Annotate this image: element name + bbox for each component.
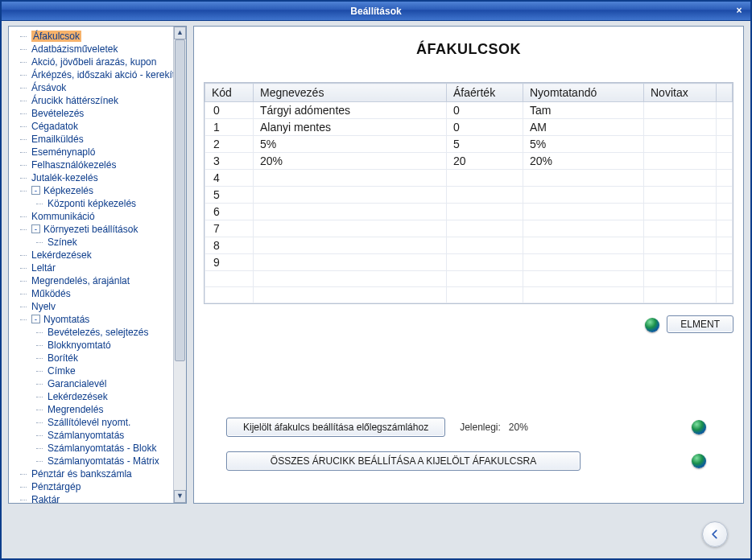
tree-item[interactable]: Központi képkezelés: [14, 197, 184, 210]
save-button[interactable]: ELMENT: [667, 315, 733, 333]
table-row[interactable]: 25%55%: [205, 136, 733, 153]
cell-megnevezes[interactable]: [254, 170, 447, 187]
table-row[interactable]: 8: [205, 237, 733, 254]
tree-item[interactable]: Számlanyomtatás: [14, 429, 184, 442]
tree-item[interactable]: Lekérdezések: [14, 390, 184, 403]
tree-item[interactable]: Megrendelés, árajánlat: [14, 274, 184, 287]
tree-item[interactable]: Felhasználókezelés: [14, 159, 184, 171]
close-icon[interactable]: ×: [733, 4, 746, 17]
scroll-up-icon[interactable]: ▲: [174, 27, 186, 39]
cell-afaertek[interactable]: [447, 170, 523, 187]
tree-expander-icon[interactable]: -: [31, 315, 40, 323]
cell-afaertek[interactable]: [447, 237, 523, 254]
tree-item[interactable]: Nyelv: [14, 300, 184, 313]
tree-item[interactable]: Cégadatok: [14, 120, 184, 133]
cell-afaertek[interactable]: 20: [447, 153, 523, 170]
cell-kod[interactable]: 5: [205, 187, 254, 204]
col-nyomtatando[interactable]: Nyomtatandó: [523, 84, 644, 102]
cell-nyomtatando[interactable]: [523, 187, 644, 204]
cell-afaertek[interactable]: 0: [447, 102, 523, 119]
table-row-empty[interactable]: [205, 271, 733, 287]
set-all-items-vat-button[interactable]: ÖSSZES ÁRUCIKK BEÁLLÍTÁSA A KIJELÖLT ÁFA…: [226, 451, 581, 471]
tree-expander-icon[interactable]: -: [31, 186, 40, 195]
cell-kod[interactable]: 1: [205, 119, 254, 136]
tree-item[interactable]: Blokknyomtató: [14, 339, 184, 352]
cell-megnevezes[interactable]: [254, 187, 447, 204]
tree-item[interactable]: Pénztár és bankszámla: [14, 467, 184, 480]
cell-nyomtatando[interactable]: 5%: [523, 136, 644, 153]
cell-nyomtatando[interactable]: [523, 220, 644, 237]
table-row[interactable]: 320%2020%: [205, 153, 733, 170]
tree-item[interactable]: Bevételezés: [14, 107, 184, 120]
tree-item[interactable]: Áfakulcsok: [14, 30, 184, 43]
cell-kod[interactable]: 7: [205, 220, 254, 237]
cell-afaertek[interactable]: [447, 254, 523, 271]
scroll-down-icon[interactable]: ▼: [174, 490, 186, 503]
tree-item[interactable]: Garancialevél: [14, 377, 184, 390]
cell-novitax[interactable]: [644, 220, 717, 237]
table-row[interactable]: 4: [205, 170, 733, 187]
table-row[interactable]: 1Alanyi mentes0AM: [205, 119, 733, 136]
tree-item[interactable]: Jutalék-kezelés: [14, 171, 184, 184]
tree-item[interactable]: Bevételezés, selejtezés: [14, 326, 184, 339]
cell-nyomtatando[interactable]: [523, 237, 644, 254]
tree-item[interactable]: Szállítólevél nyomt.: [14, 416, 184, 429]
cell-kod[interactable]: 2: [205, 136, 254, 153]
tree-item[interactable]: Leltár: [14, 261, 184, 274]
cell-nyomtatando[interactable]: AM: [523, 119, 644, 136]
cell-nyomtatando[interactable]: [523, 170, 644, 187]
col-afaertek[interactable]: Áfaérték: [447, 84, 523, 102]
table-row[interactable]: 6: [205, 204, 733, 220]
cell-kod[interactable]: 8: [205, 237, 254, 254]
table-row[interactable]: 5: [205, 187, 733, 204]
cell-novitax[interactable]: [644, 153, 717, 170]
tree-item[interactable]: Számlanyomtatás - Blokk: [14, 442, 184, 455]
cell-novitax[interactable]: [644, 102, 717, 119]
table-row[interactable]: 7: [205, 220, 733, 237]
cell-novitax[interactable]: [644, 254, 717, 271]
cell-nyomtatando[interactable]: [523, 204, 644, 220]
tree-item[interactable]: -Környezeti beállítások: [14, 223, 184, 236]
table-row-empty[interactable]: [205, 287, 733, 303]
cell-novitax[interactable]: [644, 187, 717, 204]
set-prepay-vat-button[interactable]: Kijelölt áfakulcs beállítása előlegszáml…: [226, 418, 445, 437]
cell-kod[interactable]: 0: [205, 102, 254, 119]
cell-megnevezes[interactable]: Tárgyi adómentes: [254, 102, 447, 119]
cell-kod[interactable]: 3: [205, 153, 254, 170]
tree-item[interactable]: Megrendelés: [14, 403, 184, 416]
tree-item[interactable]: Címke: [14, 364, 184, 377]
cell-megnevezes[interactable]: [254, 237, 447, 254]
cell-megnevezes[interactable]: 5%: [254, 136, 447, 153]
cell-nyomtatando[interactable]: [523, 254, 644, 271]
tree-item[interactable]: Ársávok: [14, 81, 184, 94]
cell-nyomtatando[interactable]: Tam: [523, 102, 644, 119]
cell-afaertek[interactable]: 0: [447, 119, 523, 136]
col-novitax[interactable]: Novitax: [644, 84, 717, 102]
cell-megnevezes[interactable]: 20%: [254, 153, 447, 170]
scroll-thumb[interactable]: [175, 39, 185, 361]
cell-megnevezes[interactable]: [254, 220, 447, 237]
cell-afaertek[interactable]: [447, 204, 523, 220]
table-row[interactable]: 9: [205, 254, 733, 271]
back-button[interactable]: [702, 521, 728, 547]
cell-megnevezes[interactable]: [254, 204, 447, 220]
tree-expander-icon[interactable]: -: [31, 224, 40, 233]
cell-afaertek[interactable]: [447, 220, 523, 237]
cell-afaertek[interactable]: [447, 187, 523, 204]
tree-item[interactable]: Raktár: [14, 493, 184, 503]
tree-item[interactable]: Boríték: [14, 352, 184, 364]
settings-tree[interactable]: ÁfakulcsokAdatbázisműveletekAkció, jövőb…: [9, 27, 186, 503]
cell-kod[interactable]: 9: [205, 254, 254, 271]
tree-item[interactable]: Kommunikáció: [14, 210, 184, 223]
cell-novitax[interactable]: [644, 136, 717, 153]
tree-item[interactable]: Emailküldés: [14, 133, 184, 146]
cell-kod[interactable]: 4: [205, 170, 254, 187]
cell-megnevezes[interactable]: Alanyi mentes: [254, 119, 447, 136]
tree-item[interactable]: -Képkezelés: [14, 184, 184, 197]
vat-grid[interactable]: Kód Megnevezés Áfaérték Nyomtatandó Novi…: [204, 82, 733, 304]
cell-novitax[interactable]: [644, 204, 717, 220]
tree-scrollbar[interactable]: ▲ ▼: [173, 27, 186, 503]
cell-megnevezes[interactable]: [254, 254, 447, 271]
tree-item[interactable]: Eseménynapló: [14, 146, 184, 159]
col-megnevezes[interactable]: Megnevezés: [254, 84, 447, 102]
